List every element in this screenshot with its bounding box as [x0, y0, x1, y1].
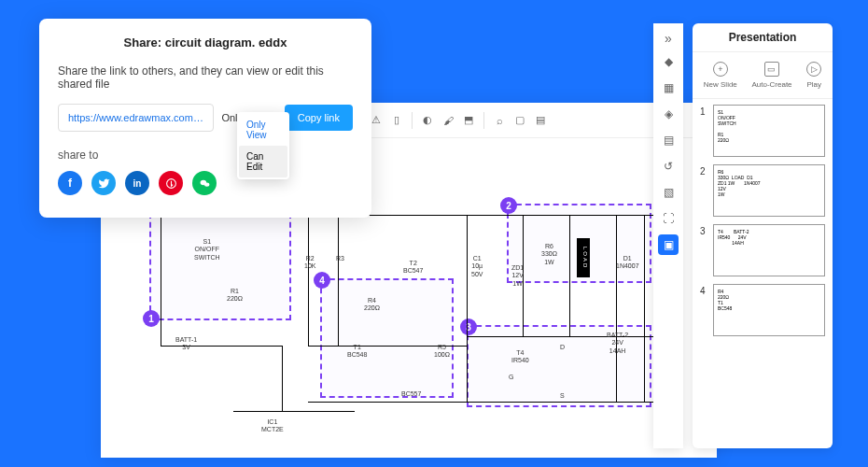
layers-icon[interactable]: ◈ [658, 104, 679, 124]
label-t4: T4 IR540 [511, 349, 529, 365]
label-r3: R3 [336, 255, 344, 262]
label-s: S [560, 392, 565, 400]
grid-tool-icon[interactable]: ▦ [658, 78, 679, 98]
label-zd1: ZD1 12V 1W [511, 264, 524, 288]
label-batt1: BATT-1 3V [175, 336, 197, 352]
slide-item[interactable]: 2 R6 330Ω LOAD D1 ZD1 1W 1N4007 12V 1W [700, 164, 825, 217]
selection-badge-3: 3 [460, 318, 477, 335]
label-d1: D1 1N4007 [616, 255, 639, 271]
share-description: Share the link to others, and they can v… [58, 64, 353, 91]
wechat-button[interactable] [192, 171, 217, 195]
load-box: LOAD [577, 238, 590, 277]
linkedin-button[interactable]: in [125, 171, 149, 195]
label-r4: R4 220Ω [364, 297, 380, 313]
label-r6: R6 330Ω 1W [541, 243, 557, 266]
play-button[interactable]: ▷ Play [806, 62, 821, 89]
play-icon: ▷ [806, 62, 821, 77]
label-bc557: BC557 [401, 390, 421, 398]
selection-badge-2: 2 [500, 197, 517, 214]
slide-thumbnail-1[interactable]: S1 ON/OFF SWITCH R1 220Ω [713, 105, 825, 157]
slide-item[interactable]: 3 T4 BATT-2 IR540 24V 14AH [700, 224, 825, 276]
zoom-icon[interactable]: ⌕ [490, 111, 509, 130]
slide-thumbnail-4[interactable]: R4 220Ω T1 BC548 [713, 284, 825, 336]
slides-list: 1 S1 ON/OFF SWITCH R1 220Ω 2 R6 330Ω LOA… [693, 99, 833, 448]
selection-box-1[interactable]: 1 [149, 204, 291, 320]
label-t2: T2 BC547 [403, 260, 423, 276]
svg-point-2 [203, 182, 208, 186]
slide-item[interactable]: 4 R4 220Ω T1 BC548 [700, 284, 825, 336]
share-to-label: share to [58, 149, 353, 162]
slide-thumbnail-2[interactable]: R6 330Ω LOAD D1 ZD1 1W 1N4007 12V 1W [713, 164, 825, 217]
label-r2: R2 10K [304, 255, 315, 271]
circuit-diagram[interactable]: 1 2 3 4 S1 ON/OFF SWITCH R1 220Ω BATT-1 … [121, 187, 700, 448]
crop-icon[interactable]: ⬒ [459, 111, 478, 130]
permission-option-only-view[interactable]: Only View [239, 114, 287, 146]
new-slide-button[interactable]: + New Slide [704, 62, 737, 89]
label-s1: S1 ON/OFF SWITCH [194, 238, 220, 262]
chart-icon[interactable]: ▯ [387, 111, 406, 130]
history-icon[interactable]: ↺ [658, 156, 679, 177]
document-icon[interactable]: ▤ [658, 130, 679, 150]
collapse-icon[interactable]: » [665, 31, 672, 46]
label-t1: T1 BC548 [347, 344, 367, 360]
fill-tool-icon[interactable]: ◆ [658, 51, 679, 72]
selection-box-4[interactable]: 4 [320, 278, 454, 398]
presentation-icon[interactable]: ▣ [658, 234, 679, 255]
label-r5: R5 100Ω [434, 344, 450, 360]
fit-icon[interactable]: ▢ [511, 111, 529, 130]
label-g: G [509, 374, 513, 381]
presentation-panel: Presentation + New Slide ▭ Auto-Create ▷… [693, 23, 833, 448]
brush-icon[interactable]: 🖌 [439, 111, 457, 130]
expand-icon[interactable]: ⛶ [658, 208, 679, 229]
image-tool-icon[interactable]: ▧ [658, 182, 679, 203]
slide-item[interactable]: 1 S1 ON/OFF SWITCH R1 220Ω [700, 105, 825, 157]
pinterest-button[interactable] [159, 171, 183, 195]
permission-option-can-edit[interactable]: Can Edit [239, 146, 287, 177]
share-title: Share: circuit diagram. eddx [58, 35, 353, 50]
label-r1: R1 220Ω [227, 288, 243, 304]
label-d: D [560, 344, 565, 351]
side-rail: » ◆ ▦ ◈ ▤ ↺ ▧ ⛶ ▣ [653, 23, 683, 448]
label-ic1: IC1 MCT2E [261, 418, 284, 434]
auto-create-button[interactable]: ▭ Auto-Create [751, 62, 791, 89]
selection-badge-4: 4 [314, 272, 330, 289]
facebook-button[interactable]: f [58, 171, 82, 195]
panel-title: Presentation [702, 31, 823, 44]
fill-icon[interactable]: ◐ [418, 111, 437, 130]
page-icon[interactable]: ▤ [531, 111, 550, 130]
label-batt2: BATT-2 24V 14AH [607, 332, 628, 355]
label-c1: C1 10µ 50V [471, 255, 483, 278]
copy-link-button[interactable]: Copy link [285, 105, 353, 131]
twitter-button[interactable] [91, 171, 116, 195]
plus-icon: + [713, 62, 728, 77]
permission-dropdown: Only View Can Edit [237, 112, 289, 179]
slide-thumbnail-3[interactable]: T4 BATT-2 IR540 24V 14AH [713, 224, 825, 276]
selection-badge-1: 1 [143, 310, 160, 327]
share-url-input[interactable]: https://www.edrawmax.com/server... [58, 104, 214, 132]
share-modal: Share: circuit diagram. eddx Share the l… [39, 19, 371, 218]
screen-icon: ▭ [764, 62, 779, 77]
